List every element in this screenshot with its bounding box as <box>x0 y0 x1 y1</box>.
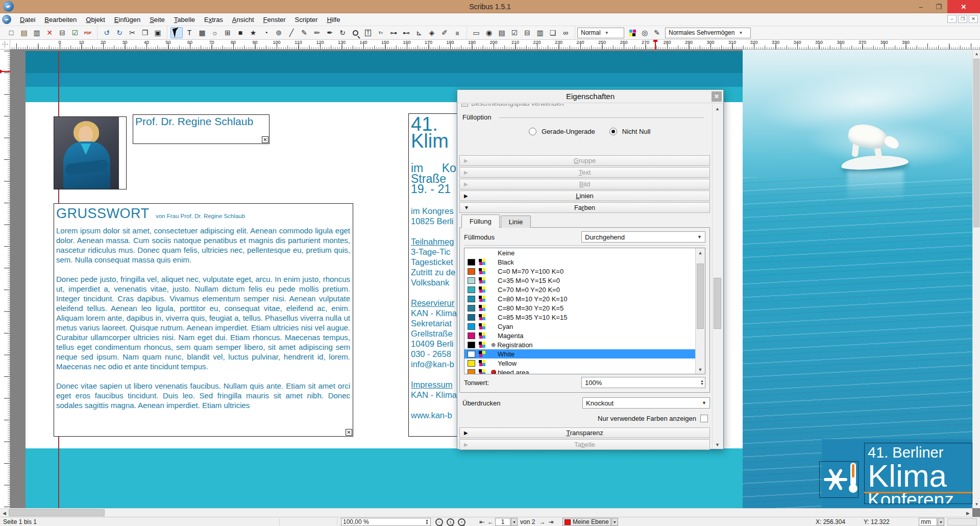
redo-button[interactable]: ↻ <box>113 27 126 38</box>
even-odd-radio[interactable] <box>529 128 536 135</box>
snowflake-logo-frame[interactable] <box>819 461 859 498</box>
first-page-icon[interactable]: ⇤ <box>479 518 484 525</box>
previous-page-icon[interactable]: ← <box>487 518 494 525</box>
horizontal-ruler[interactable]: 0102030405060708090100110120130140150160… <box>10 40 980 50</box>
insert-spiral-button[interactable]: ⊚ <box>273 27 285 38</box>
minimize-button[interactable]: – <box>912 0 930 13</box>
unlink-text-frames-button[interactable]: ⊷ <box>400 27 412 38</box>
page-select-dropdown[interactable]: ▼ <box>511 518 518 526</box>
document-mode-select[interactable]: Normal▼ <box>577 28 624 38</box>
dialog-close-button[interactable]: ✕ <box>712 91 722 102</box>
edit-contents-button[interactable]: T <box>362 27 374 38</box>
scrollbar-thumb[interactable] <box>9 509 105 516</box>
close-button[interactable]: ✕ <box>947 0 980 13</box>
paste-button[interactable]: ▣ <box>152 27 164 38</box>
color-row-registration[interactable]: ⊕Registration <box>464 340 705 349</box>
pdf-text-annotation-button[interactable]: ❏ <box>547 27 559 38</box>
color-list[interactable]: KeineBlackC=0 M=70 Y=100 K=0C=35 M=0 Y=1… <box>464 248 705 374</box>
ruler-origin-box[interactable] <box>0 40 10 50</box>
scroll-right-icon[interactable]: ▶ <box>964 509 972 517</box>
insert-arc-button[interactable]: ◔ <box>260 27 272 38</box>
section-transparenz[interactable]: ▶Transparenz <box>459 427 710 438</box>
menu-ansicht[interactable]: Ansicht <box>228 14 259 25</box>
cut-button[interactable]: ✂ <box>126 27 138 38</box>
shade-spinbox[interactable]: 100% ▲▼ <box>581 377 705 388</box>
scroll-up-icon[interactable]: ▲ <box>696 248 705 257</box>
select-item-button[interactable] <box>170 27 183 38</box>
scroll-up-icon[interactable]: ▲ <box>973 50 980 58</box>
spinner-arrows-icon[interactable]: ▲▼ <box>700 379 704 386</box>
pdf-list-box-button[interactable]: ▥ <box>534 27 546 38</box>
color-row-c-80-m-10-y-20-k-10[interactable]: C=80 M=10 Y=20 K=10 <box>464 294 705 303</box>
undo-button[interactable]: ↺ <box>101 27 113 38</box>
menu-extras[interactable]: Extras <box>200 14 228 25</box>
zoom-spinbox[interactable]: 100,00 % ▲▼ <box>341 518 431 526</box>
insert-table-button[interactable]: ⊞ <box>222 27 234 38</box>
section-linien[interactable]: ▶Linien <box>459 190 710 201</box>
insert-barcode-button[interactable]: ||| <box>451 27 463 38</box>
scroll-down-icon[interactable]: ▼ <box>713 440 722 449</box>
pdf-link-annotation-button[interactable]: ∞ <box>559 27 572 38</box>
preflight-verifier-button[interactable]: ☑ <box>69 27 81 38</box>
vertical-scrollbar[interactable]: ▲ ▼ <box>972 50 980 508</box>
insert-bezier-button[interactable]: ✎ <box>298 27 310 38</box>
dialog-scrollbar[interactable]: ▲ ▼ <box>712 104 722 449</box>
menu-seite[interactable]: Seite <box>145 14 169 25</box>
color-row-c-85-m-35-y-10-k-15[interactable]: C=85 M=35 Y=10 K=15 <box>464 313 705 322</box>
scrollbar-thumb[interactable] <box>714 278 721 329</box>
layer-dropdown-icon[interactable]: ▼ <box>611 518 618 526</box>
menu-fenster[interactable]: Fenster <box>259 14 290 25</box>
color-row-c-35-m-0-y-15-k-0[interactable]: C=35 M=0 Y=15 K=0 <box>464 276 705 285</box>
color-row-c-0-m-70-y-100-k-0[interactable]: C=0 M=70 Y=100 K=0 <box>464 267 705 276</box>
measurements-button[interactable]: ⊾ <box>413 27 425 38</box>
zoom-100-icon[interactable]: 1 <box>447 518 454 526</box>
insert-text-frame-button[interactable]: T <box>183 27 195 38</box>
color-row-keine[interactable]: Keine <box>464 248 705 257</box>
zoom-tool-button[interactable] <box>349 27 361 38</box>
scroll-down-icon[interactable]: ▼ <box>973 500 980 508</box>
mdi-minimize-button[interactable]: – <box>947 15 957 23</box>
greeting-text-frame[interactable]: GRUSSWORT von Frau Prof. Dr. Regine Schl… <box>54 203 353 437</box>
pdf-combo-box-button[interactable]: ⊟ <box>521 27 533 38</box>
portrait-image-frame[interactable] <box>54 116 127 189</box>
unit-dropdown-icon[interactable]: ▼ <box>938 518 944 526</box>
menu-objekt[interactable]: Objekt <box>81 14 110 25</box>
checkbox-icon[interactable]: ✕ <box>461 104 468 107</box>
insert-shape-button[interactable]: ■ <box>234 27 247 38</box>
next-page-icon[interactable]: → <box>539 518 545 525</box>
spinner-arrows-icon[interactable]: ▲▼ <box>425 519 429 525</box>
scrollbar-thumb[interactable] <box>697 264 704 329</box>
menu-scripter[interactable]: Scripter <box>290 14 323 25</box>
color-row-yellow[interactable]: Yellow <box>464 358 705 368</box>
fill-mode-select[interactable]: Durchgehend▼ <box>581 231 705 243</box>
color-row-bleed-area[interactable]: bleed area <box>464 368 705 374</box>
close-document-button[interactable]: ✕ <box>43 27 56 38</box>
pdf-push-button[interactable]: ▭ <box>470 27 482 38</box>
preview-mode-button[interactable]: ◎ <box>639 27 651 38</box>
zoom-out-icon[interactable]: − <box>435 518 443 526</box>
eye-dropper-button[interactable]: ✐ <box>438 27 451 38</box>
color-row-white[interactable]: White <box>464 349 705 358</box>
unit-selector[interactable]: mm ▼ <box>919 517 944 526</box>
vision-defect-select[interactable]: Normales Sehvermögen▼ <box>665 28 751 38</box>
dialog-title-bar[interactable]: Eigenschaften ✕ <box>457 90 723 103</box>
rotate-item-button[interactable]: ↻ <box>336 27 349 38</box>
insert-render-frame-button[interactable]: ☼ <box>209 27 221 38</box>
menu-einfgen[interactable]: Einfügen <box>110 14 145 25</box>
story-editor-button[interactable]: T≡ <box>375 27 387 38</box>
insert-line-button[interactable]: ╱ <box>285 27 298 38</box>
section-farben[interactable]: ▼Farben <box>459 202 710 213</box>
mdi-close-button[interactable]: ✕ <box>969 15 978 23</box>
edit-in-preview-button[interactable]: ✎ <box>651 27 663 38</box>
print-button[interactable]: ⊟ <box>56 27 68 38</box>
color-row-black[interactable]: Black <box>464 257 705 267</box>
pdf-text-field-button[interactable]: ▤ <box>496 27 508 38</box>
insert-image-frame-button[interactable]: ▦ <box>196 27 208 38</box>
page-number-input[interactable]: 1 <box>495 518 510 526</box>
scroll-left-icon[interactable]: ◀ <box>0 509 9 517</box>
show-used-colors-checkbox[interactable] <box>700 415 708 422</box>
new-document-button[interactable]: □ <box>5 27 17 38</box>
scroll-up-icon[interactable]: ▲ <box>713 104 722 113</box>
export-pdf-button[interactable]: PDF <box>82 27 94 38</box>
layer-selector[interactable]: Meine Ebene ▼ <box>562 517 618 526</box>
